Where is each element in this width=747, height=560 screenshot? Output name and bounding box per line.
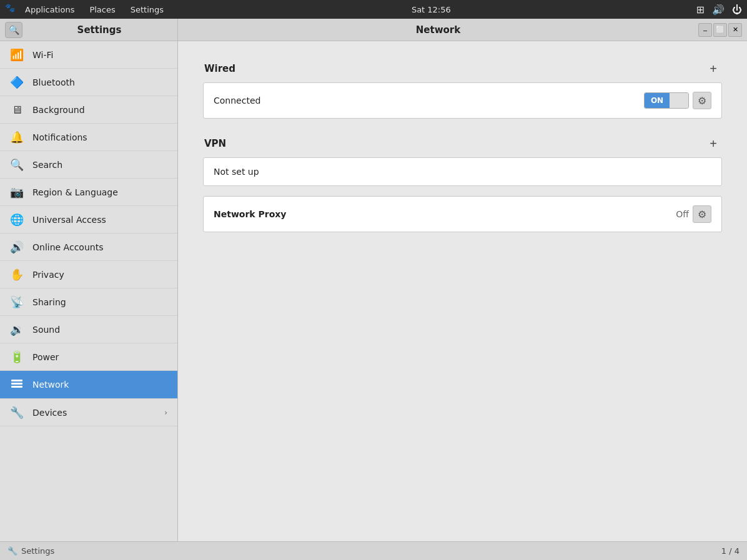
svg-rect-2 bbox=[11, 386, 22, 388]
proxy-status-label: Off bbox=[676, 209, 689, 219]
bluetooth-icon: 🔷 bbox=[10, 76, 24, 89]
sidebar-item-label: Privacy bbox=[32, 270, 167, 280]
notifications-icon: 🔔 bbox=[10, 130, 24, 144]
wired-settings-button[interactable]: ⚙ bbox=[693, 92, 711, 109]
sidebar-item-label: Network bbox=[32, 380, 167, 390]
universal-access-icon: 🌐 bbox=[10, 213, 24, 226]
sidebar-item-power[interactable]: 🔋 Power bbox=[0, 343, 177, 371]
sidebar-item-search[interactable]: 🔍 Search bbox=[0, 151, 177, 179]
vpn-section-header: VPN + bbox=[203, 136, 722, 151]
wired-controls: ON ⚙ bbox=[644, 92, 711, 109]
sidebar-item-wifi[interactable]: 📶 Wi-Fi bbox=[0, 41, 177, 69]
menu-settings[interactable]: Settings bbox=[128, 4, 166, 16]
search-icon: 🔍 bbox=[9, 25, 19, 35]
content-area: 📶 Wi-Fi 🔷 Bluetooth 🖥 Background 🔔 Notif… bbox=[0, 41, 747, 541]
sound-tray-icon[interactable]: 🔊 bbox=[712, 4, 725, 16]
wifi-icon: 📶 bbox=[10, 48, 24, 61]
toggle-off-part bbox=[670, 93, 688, 108]
vpn-status-label: Not set up bbox=[214, 167, 259, 177]
window-controls: – ⬜ ✕ bbox=[698, 23, 747, 37]
sidebar-item-label: Background bbox=[32, 105, 167, 115]
sidebar-item-label: Sharing bbox=[32, 297, 167, 307]
close-button[interactable]: ✕ bbox=[728, 23, 742, 37]
background-icon: 🖥 bbox=[10, 103, 24, 116]
sidebar-item-label: Devices bbox=[32, 408, 156, 418]
menu-applications[interactable]: Applications bbox=[22, 4, 77, 16]
sidebar-item-region[interactable]: 📷 Region & Language bbox=[0, 179, 177, 206]
vpn-section-title: VPN bbox=[204, 138, 226, 149]
title-bar: 🔍 Settings Network – ⬜ ✕ bbox=[0, 19, 747, 41]
sidebar-item-label: Online Accounts bbox=[32, 242, 167, 252]
sidebar-item-privacy[interactable]: ✋ Privacy bbox=[0, 261, 177, 288]
wired-card: Connected ON ⚙ bbox=[203, 82, 722, 119]
sidebar-item-label: Search bbox=[32, 160, 167, 170]
sidebar-item-label: Universal Access bbox=[32, 215, 167, 225]
sidebar: 📶 Wi-Fi 🔷 Bluetooth 🖥 Background 🔔 Notif… bbox=[0, 41, 178, 541]
sidebar-item-bluetooth[interactable]: 🔷 Bluetooth bbox=[0, 69, 177, 96]
app-logo-icon: 🐾 bbox=[5, 3, 17, 16]
bottom-app-icon: 🔧 bbox=[7, 546, 17, 556]
bottom-app-label: Settings bbox=[21, 546, 54, 556]
minimize-button[interactable]: – bbox=[698, 23, 712, 37]
page-info: 1 / 4 bbox=[721, 546, 740, 556]
system-bar: 🐾 Applications Places Settings Sat 12:56… bbox=[0, 0, 747, 19]
sidebar-item-label: Wi-Fi bbox=[32, 50, 167, 60]
vpn-card-row: Not set up bbox=[214, 167, 711, 177]
online-accounts-icon: 🔊 bbox=[10, 240, 24, 253]
settings-window: 🔍 Settings Network – ⬜ ✕ 📶 Wi-Fi 🔷 Bluet… bbox=[0, 19, 747, 560]
proxy-card: Network Proxy Off ⚙ bbox=[203, 196, 722, 232]
power-icon: 🔋 bbox=[10, 350, 24, 363]
gear-icon: ⚙ bbox=[698, 209, 706, 220]
wired-toggle[interactable]: ON bbox=[644, 92, 689, 109]
wired-status-label: Connected bbox=[214, 96, 260, 106]
sidebar-item-network[interactable]: Network bbox=[0, 371, 177, 399]
bottom-app-info: 🔧 Settings bbox=[7, 546, 54, 556]
wired-add-button[interactable]: + bbox=[706, 61, 721, 76]
power-tray-icon[interactable]: ⏻ bbox=[732, 4, 742, 16]
proxy-title-label: Network Proxy bbox=[214, 209, 286, 219]
sidebar-item-label: Bluetooth bbox=[32, 77, 167, 87]
system-bar-menu: Applications Places Settings bbox=[22, 4, 166, 16]
wired-section-title: Wired bbox=[204, 63, 235, 74]
search-button[interactable]: 🔍 bbox=[5, 22, 22, 38]
sidebar-title: Settings bbox=[26, 24, 172, 36]
sidebar-item-label: Power bbox=[32, 352, 167, 362]
wired-section: Wired + Connected ON ⚙ bbox=[203, 61, 722, 119]
proxy-controls: Off ⚙ bbox=[676, 205, 711, 223]
network-tray-icon[interactable]: ⊞ bbox=[696, 4, 705, 16]
wired-section-header: Wired + bbox=[203, 61, 722, 76]
sidebar-item-sound[interactable]: 🔉 Sound bbox=[0, 316, 177, 343]
sidebar-item-notifications[interactable]: 🔔 Notifications bbox=[0, 124, 177, 151]
vpn-add-button[interactable]: + bbox=[706, 136, 721, 151]
restore-button[interactable]: ⬜ bbox=[713, 23, 727, 37]
sound-icon: 🔉 bbox=[10, 323, 24, 336]
sidebar-item-label: Region & Language bbox=[32, 187, 167, 197]
bottom-bar: 🔧 Settings 1 / 4 bbox=[0, 541, 747, 560]
chevron-right-icon: › bbox=[164, 408, 167, 417]
proxy-card-row: Network Proxy Off ⚙ bbox=[214, 205, 711, 223]
toggle-on-label: ON bbox=[645, 93, 670, 108]
system-clock: Sat 12:56 bbox=[412, 5, 451, 14]
vpn-card: Not set up bbox=[203, 157, 722, 186]
system-bar-right: ⊞ 🔊 ⏻ bbox=[696, 4, 742, 16]
devices-icon: 🔧 bbox=[10, 406, 24, 419]
title-bar-left: 🔍 Settings bbox=[0, 19, 178, 41]
sidebar-item-sharing[interactable]: 📡 Sharing bbox=[0, 288, 177, 316]
region-icon: 📷 bbox=[10, 185, 24, 199]
sidebar-item-universal-access[interactable]: 🌐 Universal Access bbox=[0, 206, 177, 233]
menu-places[interactable]: Places bbox=[87, 4, 117, 16]
privacy-icon: ✋ bbox=[10, 268, 24, 281]
search-nav-icon: 🔍 bbox=[10, 158, 24, 171]
svg-rect-1 bbox=[11, 383, 22, 385]
sidebar-item-online-accounts[interactable]: 🔊 Online Accounts bbox=[0, 233, 177, 261]
wired-card-row: Connected ON ⚙ bbox=[214, 92, 711, 109]
sidebar-item-label: Notifications bbox=[32, 132, 167, 142]
main-panel: Wired + Connected ON ⚙ bbox=[178, 41, 747, 541]
system-bar-left: 🐾 Applications Places Settings bbox=[5, 3, 166, 16]
sidebar-item-devices[interactable]: 🔧 Devices › bbox=[0, 399, 177, 426]
vpn-section: VPN + Not set up Network Proxy Off bbox=[203, 136, 722, 232]
sidebar-item-label: Sound bbox=[32, 325, 167, 335]
sidebar-item-background[interactable]: 🖥 Background bbox=[0, 96, 177, 124]
proxy-settings-button[interactable]: ⚙ bbox=[693, 205, 711, 223]
sharing-icon: 📡 bbox=[10, 295, 24, 308]
